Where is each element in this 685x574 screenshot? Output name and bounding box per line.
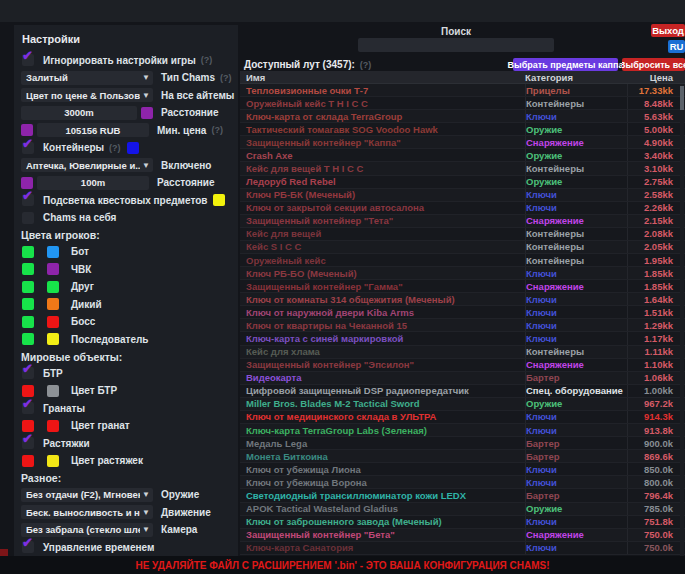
table-scrollbar[interactable] <box>680 84 684 556</box>
table-row[interactable]: Ключ от убежища ЛионаКлючи850.0k <box>240 463 685 476</box>
table-row[interactable]: Miller Bros. Blades M-2 Tactical SwordОр… <box>240 398 685 411</box>
dropdown[interactable]: Аптечка, Ювелирные и...▼ <box>21 158 153 172</box>
table-row[interactable]: Светодиодный трансиллюминатор кожи LEDXБ… <box>240 489 685 502</box>
dropdown-label: Включено <box>161 160 211 171</box>
table-row[interactable]: Ключ от квартиры на Чеканной 15Ключи1.29… <box>240 319 685 332</box>
language-button[interactable]: RU <box>668 40 685 53</box>
table-row[interactable]: Ключ от убежища ВоронаКлючи800.0k <box>240 476 685 489</box>
color-swatch[interactable] <box>22 316 34 328</box>
color-swatch[interactable] <box>22 420 34 432</box>
dropdown[interactable]: Без отдачи (F2), Мгновенное п▼ <box>21 488 153 502</box>
item-price-cell: 750.0k <box>627 542 679 554</box>
checkbox[interactable]: ✔ <box>22 54 34 66</box>
color-swatch[interactable] <box>213 194 225 206</box>
item-price-cell: 913.8k <box>627 424 679 436</box>
table-row[interactable]: Ледоруб Red RebelОружие2.75kk <box>240 176 685 189</box>
table-row[interactable]: Ключ-карта с синей маркировкойКлючи1.17k… <box>240 332 685 345</box>
color-swatch[interactable] <box>47 385 59 397</box>
item-price-cell: 1.95kk <box>627 254 679 266</box>
table-row[interactable]: Ключ от комнаты 314 общежития (Меченый)К… <box>240 293 685 306</box>
checkbox[interactable] <box>22 212 34 224</box>
checkbox[interactable]: ✔ <box>22 194 34 206</box>
checkbox[interactable]: ✔ <box>22 142 34 154</box>
checkbox[interactable]: ✔ <box>22 541 34 553</box>
item-category-cell: Прицелы <box>525 84 627 96</box>
color-swatch[interactable] <box>22 263 34 275</box>
table-row[interactable]: Ключ-карта СанаторияКлючи750.0k <box>240 542 685 555</box>
table-row[interactable]: Ключ-карта TerraGroup Labs (Зеленая)Ключ… <box>240 424 685 437</box>
value-input[interactable]: 105156 RUB <box>37 123 149 137</box>
drop-all-button[interactable]: Выбросить все <box>622 58 685 71</box>
table-row[interactable]: ВидеокартаБартер1.06kk <box>240 372 685 385</box>
table-row[interactable]: Защищенный контейнер "Каппа"Снаряжение4.… <box>240 136 685 149</box>
color-swatch[interactable] <box>47 333 59 345</box>
color-swatch[interactable] <box>47 263 59 275</box>
color-swatch[interactable] <box>22 298 34 310</box>
table-row[interactable]: Ключ от заброшенного завода (Меченый)Клю… <box>240 516 685 529</box>
table-row[interactable]: Медаль LegaБартер900.0k <box>240 437 685 450</box>
item-category-cell: Ключи <box>525 110 627 122</box>
scrollbar-thumb[interactable] <box>680 86 684 110</box>
dropdown[interactable]: Цвет по цене & Пользователь▼ <box>21 88 153 102</box>
value-input[interactable]: 3000m <box>21 106 137 120</box>
color-swatch[interactable] <box>47 316 59 328</box>
table-row[interactable]: Защищенный контейнер "Гамма"Снаряжение1.… <box>240 280 685 293</box>
table-row[interactable]: Оружейный кейсКонтейнеры1.95kk <box>240 254 685 267</box>
color-swatch[interactable] <box>21 124 33 136</box>
value-input[interactable]: 100m <box>37 176 149 190</box>
exit-button[interactable]: Выход <box>651 24 685 37</box>
table-row[interactable]: Защищенный контейнер "Бета"Снаряжение750… <box>240 529 685 542</box>
color-swatch[interactable] <box>22 385 34 397</box>
color-swatch[interactable] <box>22 281 34 293</box>
table-row[interactable]: Тепловизионные очки Т-7Прицелы17.33kk <box>240 84 685 97</box>
item-price-cell: 967.2k <box>627 398 679 410</box>
color-swatch[interactable] <box>47 246 59 258</box>
color-swatch[interactable] <box>22 333 34 345</box>
table-row[interactable]: APOK Tactical Wasteland GladiusОружие785… <box>240 503 685 516</box>
table-row[interactable]: Монета БиткоинаБартер869.6k <box>240 450 685 463</box>
dropdown[interactable]: Без забрала (стекло шлема)▼ <box>21 523 153 537</box>
table-row[interactable]: Ключ РБ-БО (Меченый)Ключи1.85kk <box>240 267 685 280</box>
table-row[interactable]: Кейс для вещей T H I C CКонтейнеры3.10kk <box>240 162 685 175</box>
color-swatch[interactable] <box>47 298 59 310</box>
table-row[interactable]: Кейс S I C CКонтейнеры2.05kk <box>240 241 685 254</box>
table-row[interactable]: Тактический томагавк SOG Voodoo HawkОруж… <box>240 123 685 136</box>
color-swatch[interactable] <box>127 142 139 154</box>
checkbox[interactable]: ✔ <box>22 437 34 449</box>
color-swatch[interactable] <box>47 420 59 432</box>
table-row[interactable]: Оружейный кейс T H I C CКонтейнеры8.48kk <box>240 97 685 110</box>
color-swatch[interactable] <box>47 455 59 467</box>
column-header-name[interactable]: Имя <box>240 72 525 83</box>
column-header-category[interactable]: Категория <box>525 72 627 83</box>
dropdown[interactable]: Залитый▼ <box>21 71 153 85</box>
checkbox[interactable]: ✔ <box>22 367 34 379</box>
item-category-cell: Бартер <box>525 450 627 462</box>
select-kappa-button[interactable]: Выбрать предметы каппа <box>513 58 618 71</box>
table-row[interactable]: Кейс для вещейКонтейнеры2.08kk <box>240 228 685 241</box>
checkmark-icon: ✔ <box>22 431 33 446</box>
settings-row: Дикий <box>21 296 231 312</box>
table-row[interactable]: Ключ от закрытой секции автосалонаКлючи2… <box>240 202 685 215</box>
column-header-price[interactable]: Цена <box>627 72 679 83</box>
table-row[interactable]: Цифровой защищенный DSP радиопередатчикС… <box>240 385 685 398</box>
dropdown[interactable]: Беск. выносливость и нет уста▼ <box>21 505 153 519</box>
color-swatch[interactable] <box>21 177 33 189</box>
search-input[interactable] <box>358 38 554 52</box>
item-name-cell: Тепловизионные очки Т-7 <box>240 85 525 96</box>
table-row[interactable]: Защищенный контейнер "Тета"Снаряжение2.1… <box>240 215 685 228</box>
table-row[interactable]: Ключ от наружной двери Kiba ArmsКлючи1.5… <box>240 306 685 319</box>
color-swatch[interactable] <box>141 107 153 119</box>
table-row[interactable]: Crash AxeОружие3.40kk <box>240 149 685 162</box>
color-swatch[interactable] <box>22 246 34 258</box>
table-row[interactable]: Ключ РБ-БК (Меченый)Ключи2.58kk <box>240 189 685 202</box>
color-swatch[interactable] <box>22 455 34 467</box>
checkbox[interactable]: ✔ <box>22 402 34 414</box>
table-row[interactable]: Защищенный контейнер "Эпсилон"Снаряжение… <box>240 359 685 372</box>
item-category-cell: Ключи <box>525 424 627 436</box>
table-row[interactable]: Кейс для хламаКонтейнеры1.11kk <box>240 346 685 359</box>
table-row[interactable]: Ключ-карта от склада TerraGroupКлючи5.63… <box>240 110 685 123</box>
window-titlebar <box>0 0 685 22</box>
color-swatch[interactable] <box>47 281 59 293</box>
table-row[interactable]: Ключ от медицинского склада в УЛЬТРАКлюч… <box>240 411 685 424</box>
dropdown-label: На все айтемы <box>161 90 234 101</box>
